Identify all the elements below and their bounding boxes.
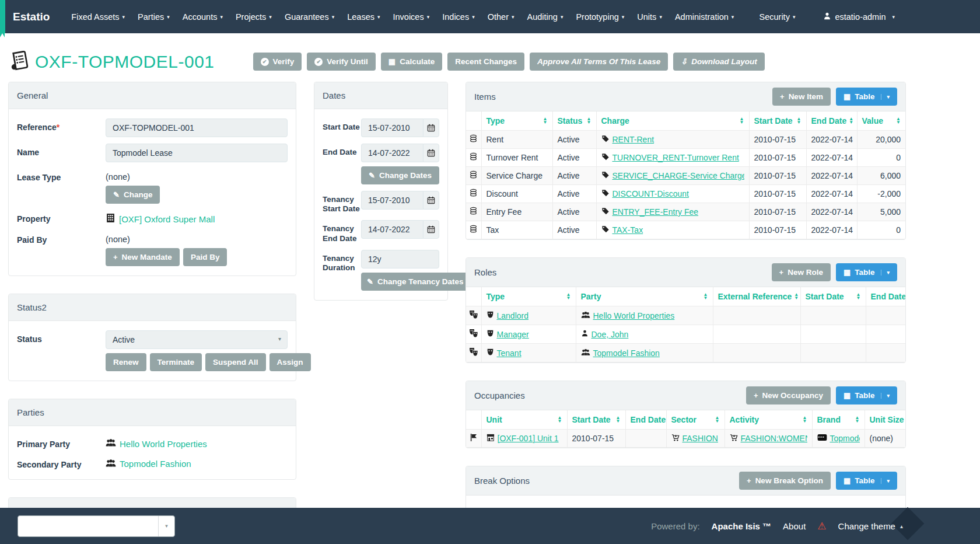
role-type-link[interactable]: Manager xyxy=(497,330,529,339)
renew-button[interactable]: Renew xyxy=(106,353,146,371)
activity-link[interactable]: FASHION:WOMEN xyxy=(741,434,807,443)
calendar-icon[interactable] xyxy=(423,191,439,210)
calendar-icon[interactable] xyxy=(423,144,439,162)
col-header-party[interactable]: Party xyxy=(576,287,713,306)
col-header-end-date[interactable]: End Date xyxy=(625,410,666,430)
sort-icon xyxy=(855,416,860,423)
charge-link[interactable]: TAX-Tax xyxy=(612,225,643,235)
menu-guarantees[interactable]: Guarantees xyxy=(278,12,341,22)
top-navbar: Estatio Fixed Assets Parties Accounts Pr… xyxy=(0,0,980,33)
end-date-row: End Date ✎ Change Dates xyxy=(323,144,439,184)
table-row: Tenant Topmodel Fashion xyxy=(466,344,905,362)
col-header-type[interactable]: Type xyxy=(481,111,552,131)
user-menu[interactable]: estatio-admin xyxy=(817,12,901,22)
about-link[interactable]: About xyxy=(783,521,806,531)
role-party-link[interactable]: Topmodel Fashion xyxy=(593,348,660,358)
recent-changes-button[interactable]: Recent Changes xyxy=(447,53,524,71)
status-select[interactable]: Active xyxy=(106,330,288,349)
approve-all-terms-button[interactable]: Approve All Terms Of This Lease xyxy=(530,53,668,71)
terminate-button[interactable]: Terminate xyxy=(150,353,202,371)
calendar-icon[interactable] xyxy=(423,118,439,137)
property-link[interactable]: [OXF] Oxford Super Mall xyxy=(119,214,215,224)
secondary-party-link[interactable]: Topmodel Fashion xyxy=(120,459,191,469)
new-role-button[interactable]: +New Role xyxy=(772,263,831,281)
col-header-status[interactable]: Status xyxy=(552,111,596,131)
col-header-end-date[interactable]: End Date xyxy=(866,287,905,306)
change-dates-button[interactable]: ✎ Change Dates xyxy=(361,166,439,184)
menu-auditing[interactable]: Auditing xyxy=(521,12,570,22)
verify-button[interactable]: ✔ Verify xyxy=(253,53,302,71)
charge-link[interactable]: RENT-Rent xyxy=(612,135,654,144)
roles-table-view-button[interactable]: ▦Table xyxy=(836,263,897,281)
calculate-button[interactable]: ▦ Calculate xyxy=(381,53,442,71)
download-layout-button[interactable]: ⇩ Download Layout xyxy=(673,53,764,71)
charge-link[interactable]: DISCOUNT-Discount xyxy=(612,189,689,198)
menu-prototyping[interactable]: Prototyping xyxy=(569,12,631,22)
footer-combobox[interactable] xyxy=(18,515,175,537)
reference-input[interactable] xyxy=(106,118,288,137)
charge-link[interactable]: ENTRY_FEE-Entry Fee xyxy=(612,207,699,217)
calendar-icon[interactable] xyxy=(423,220,439,239)
brand-link[interactable]: Topmodel xyxy=(830,434,860,443)
col-header-activity[interactable]: Activity xyxy=(724,410,812,430)
paid-by-button[interactable]: Paid By xyxy=(183,248,228,266)
assign-button[interactable]: Assign xyxy=(270,353,311,371)
break-options-table-view-button[interactable]: ▦Table xyxy=(836,472,897,490)
sort-icon xyxy=(715,416,720,423)
change-lease-type-button[interactable]: ✎ Change xyxy=(106,186,160,204)
charge-link[interactable]: SERVICE_CHARGE-Service Charge xyxy=(612,171,744,180)
menu-accounts[interactable]: Accounts xyxy=(176,12,229,22)
name-input[interactable] xyxy=(106,144,288,162)
menu-invoices[interactable]: Invoices xyxy=(386,12,436,22)
apache-isis-link[interactable]: Apache Isis ™ xyxy=(712,521,772,531)
menu-units[interactable]: Units xyxy=(631,12,668,22)
col-header-value[interactable]: Value xyxy=(857,111,905,131)
menu-administration[interactable]: Administration xyxy=(668,12,740,22)
end-date-input[interactable] xyxy=(361,144,423,162)
menu-indices[interactable]: Indices xyxy=(436,12,481,22)
start-date-input[interactable] xyxy=(361,118,423,137)
menu-security[interactable]: Security xyxy=(753,12,802,22)
col-header-end-date[interactable]: End Date xyxy=(806,111,857,131)
menu-leases[interactable]: Leases xyxy=(341,12,386,22)
new-mandate-button[interactable]: + New Mandate xyxy=(106,248,180,266)
tenancy-duration-input[interactable] xyxy=(361,250,439,268)
col-header-sector[interactable]: Sector xyxy=(666,410,724,430)
col-header-type[interactable]: Type xyxy=(481,287,576,306)
role-party-link[interactable]: Doe, John xyxy=(592,330,629,339)
powered-by-label: Powered by: xyxy=(651,521,699,531)
sector-link[interactable]: FASHION xyxy=(682,434,718,443)
primary-party-link[interactable]: Hello World Properties xyxy=(120,439,207,449)
menu-other[interactable]: Other xyxy=(481,12,521,22)
new-occupancy-button[interactable]: +New Occupancy xyxy=(746,386,831,404)
menu-projects[interactable]: Projects xyxy=(229,12,278,22)
col-header-external-reference[interactable]: External Reference xyxy=(713,287,800,306)
charge-link[interactable]: TURNOVER_RENT-Turnover Rent xyxy=(612,153,739,162)
col-header-unit[interactable]: Unit xyxy=(481,410,567,430)
change-theme-link[interactable]: Change theme xyxy=(838,521,895,531)
unit-link[interactable]: [OXF-001] Unit 1 xyxy=(498,434,559,443)
col-header-start-date[interactable]: Start Date xyxy=(567,410,625,430)
items-table-view-button[interactable]: ▦Table xyxy=(836,88,897,106)
col-header-start-date[interactable]: Start Date xyxy=(749,111,806,131)
sort-icon xyxy=(740,117,744,124)
menu-parties[interactable]: Parties xyxy=(131,12,176,22)
tenancy-end-input[interactable] xyxy=(361,220,423,239)
occupancies-table-view-button[interactable]: ▦Table xyxy=(836,386,897,404)
col-header-unit-size[interactable]: Unit Size xyxy=(864,410,905,430)
change-tenancy-dates-button[interactable]: ✎ Change Tenancy Dates xyxy=(361,273,469,291)
col-header-brand[interactable]: Brand xyxy=(812,410,864,430)
col-header-charge[interactable]: Charge xyxy=(596,111,749,131)
role-type-link[interactable]: Landlord xyxy=(497,311,529,320)
page-header: OXF-TOPMODEL-001 ✔ Verify ✔ Verify Until… xyxy=(8,50,980,74)
role-party-link[interactable]: Hello World Properties xyxy=(593,311,675,320)
brand-logo[interactable]: Estatio xyxy=(13,11,50,23)
tenancy-start-input[interactable] xyxy=(361,191,423,210)
role-type-link[interactable]: Tenant xyxy=(497,348,522,358)
new-break-option-button[interactable]: +New Break Option xyxy=(739,472,831,490)
new-item-button[interactable]: +New Item xyxy=(772,88,831,106)
suspend-all-button[interactable]: Suspend All xyxy=(205,353,266,371)
col-header-start-date[interactable]: Start Date xyxy=(800,287,866,306)
verify-until-button[interactable]: ✔ Verify Until xyxy=(307,53,376,71)
menu-fixed-assets[interactable]: Fixed Assets xyxy=(65,12,131,22)
